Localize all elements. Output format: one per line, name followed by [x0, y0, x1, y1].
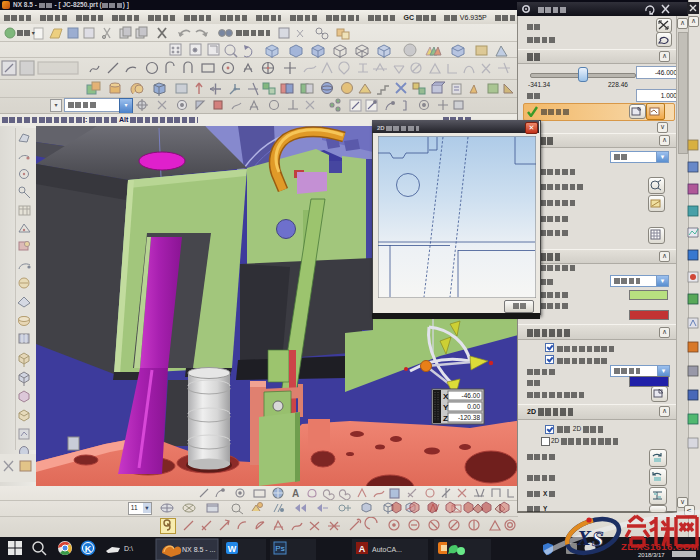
svg-text:2018/3/17: 2018/3/17: [638, 552, 665, 558]
svg-text:A: A: [359, 544, 366, 554]
svg-text:0.00: 0.00: [467, 403, 480, 410]
svg-text:-46.00: -46.00: [462, 392, 481, 399]
svg-text:W: W: [228, 544, 237, 554]
svg-text:X: X: [443, 392, 449, 401]
svg-text:-120.38: -120.38: [458, 414, 480, 421]
svg-text:X: X: [576, 526, 592, 550]
svg-text:Ps: Ps: [275, 544, 284, 553]
svg-text:AutoCA...: AutoCA...: [372, 546, 402, 553]
svg-text:Z: Z: [443, 414, 448, 423]
svg-text:NX 8.5 - ...: NX 8.5 - ...: [182, 546, 216, 553]
svg-text:K: K: [85, 544, 92, 554]
svg-text:Y: Y: [443, 403, 449, 412]
svg-text:ZL.XS1616.COM: ZL.XS1616.COM: [621, 541, 699, 552]
svg-text:S: S: [592, 527, 604, 551]
svg-text:A: A: [292, 488, 299, 499]
svg-text:D:\: D:\: [124, 545, 133, 552]
